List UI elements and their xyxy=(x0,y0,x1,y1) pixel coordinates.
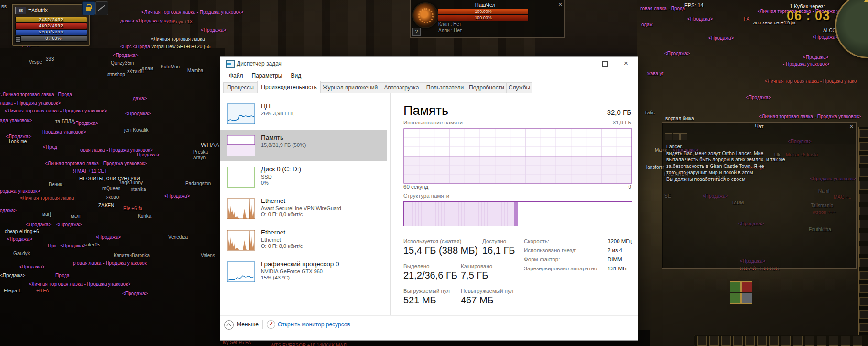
minimap[interactable] xyxy=(835,0,868,58)
strip-slot[interactable] xyxy=(859,258,868,267)
chat-tab-3[interactable] xyxy=(680,133,687,140)
overlay-text: Arayn xyxy=(193,155,206,160)
overlay-text: та БПЛА xyxy=(55,119,75,124)
strip-slot[interactable] xyxy=(859,168,868,177)
shortcut-strip[interactable] xyxy=(858,127,868,335)
target-clan-label: Клан : Нет xyxy=(438,22,461,27)
player-cp-bar: 2432/2432 xyxy=(15,17,87,23)
overlay-text: <Продажа> xyxy=(60,243,86,248)
help-icon[interactable]: ? xyxy=(412,28,421,36)
menu-item-файл[interactable]: Файл xyxy=(225,71,248,80)
target-ally-label: Алли : Нет xyxy=(438,28,462,33)
action-slot[interactable] xyxy=(697,336,707,346)
strip-slot[interactable] xyxy=(859,155,868,164)
maximize-button[interactable] xyxy=(594,57,616,70)
strip-slot[interactable] xyxy=(859,142,868,151)
tab-3[interactable]: Журнал приложений xyxy=(320,82,380,93)
close-button[interactable] xyxy=(616,57,638,70)
strip-slot[interactable] xyxy=(859,271,868,280)
strip-slot[interactable] xyxy=(859,129,868,138)
action-slot[interactable] xyxy=(853,336,862,346)
chat-window[interactable]: Чат ✕ Lancer.видеть Вас, меня зовут Orth… xyxy=(662,122,857,269)
minimize-button[interactable] xyxy=(572,57,594,70)
overlay-text: cheap el ring +6 xyxy=(5,229,39,234)
menu-item-вид[interactable]: Вид xyxy=(286,71,305,80)
strip-slot[interactable] xyxy=(859,284,868,293)
task-manager-window[interactable]: Диспетчер задач ФайлПараметрыВид Процесс… xyxy=(220,56,638,341)
buff-icon[interactable] xyxy=(730,293,741,304)
sidebar-item-eth-2[interactable]: EthernetEthernetО: 0 П: 8,0 кбит/с xyxy=(220,225,387,256)
menu-item-параметры[interactable]: Параметры xyxy=(248,71,287,80)
stat-value: 467 МБ xyxy=(461,295,513,306)
chat-tab-1[interactable] xyxy=(665,133,672,140)
strip-slot[interactable] xyxy=(859,207,868,215)
overlay-text: Веник- xyxy=(49,182,64,187)
eth-mini-graph-icon xyxy=(227,230,255,251)
action-slot[interactable] xyxy=(817,336,826,346)
overlay-text: <Продажа> xyxy=(7,236,32,242)
composition-segment-свободно xyxy=(568,202,632,226)
tab-6[interactable]: Подробности xyxy=(467,82,507,93)
sidebar-item-eth[interactable]: EthernetAvast SecureLine VPN WireGuardО:… xyxy=(220,193,387,224)
strip-slot[interactable] xyxy=(859,194,868,202)
collapse-chevron-icon[interactable] xyxy=(224,320,234,330)
tab-5[interactable]: Пользователи xyxy=(423,82,467,93)
action-slot[interactable] xyxy=(745,336,755,346)
overlay-text: Valens xyxy=(201,253,215,258)
tab-4[interactable]: Автозагрузка xyxy=(380,82,423,93)
action-slot[interactable] xyxy=(721,336,731,346)
sidebar-item-mem[interactable]: Память15,8/31,9 ГБ (50%) xyxy=(220,130,387,161)
action-slot[interactable] xyxy=(769,336,779,346)
action-bar[interactable] xyxy=(694,335,868,346)
overlay-text: +6 FA xyxy=(36,288,49,293)
strip-slot[interactable] xyxy=(859,181,868,190)
strip-slot[interactable] xyxy=(859,323,868,332)
tab-7[interactable]: Службы xyxy=(506,82,532,93)
chat-close-icon[interactable]: ✕ xyxy=(849,123,854,130)
less-details-label[interactable]: Меньше xyxy=(237,321,259,328)
action-slot[interactable] xyxy=(841,336,850,346)
sidebar-item-gpu[interactable]: Графический процессор 0NVIDIA GeForce GT… xyxy=(220,257,387,287)
action-slot[interactable] xyxy=(757,336,767,346)
overlay-text: Прода xyxy=(55,273,70,278)
strip-slot[interactable] xyxy=(859,246,868,254)
action-slot[interactable] xyxy=(733,336,743,346)
overlay-text: лавка - Продажа упаковок> xyxy=(0,100,61,106)
player-hp-bar: 4692/4692 xyxy=(15,23,87,29)
strip-slot[interactable] xyxy=(859,220,868,228)
player-status-frame[interactable]: 85 =Adutrix ♛ 2432/24324692/46922200/220… xyxy=(12,4,90,46)
buff-icon[interactable] xyxy=(741,293,752,304)
titlebar[interactable]: Диспетчер задач xyxy=(220,57,638,70)
strip-slot[interactable] xyxy=(859,297,868,306)
buff-icon[interactable] xyxy=(741,281,752,292)
action-slot[interactable] xyxy=(829,336,838,346)
overlay-text: <Продажа> xyxy=(687,16,713,22)
tab-2[interactable]: Производительность xyxy=(257,81,321,93)
action-slot[interactable] xyxy=(805,336,814,346)
panel-divider xyxy=(390,93,391,315)
action-slot[interactable] xyxy=(709,336,719,346)
tool-icon[interactable] xyxy=(95,1,108,15)
player-level-badge: 85 xyxy=(15,7,26,14)
action-slot[interactable] xyxy=(781,336,791,346)
player-hp-value: 4692/4692 xyxy=(16,23,87,29)
lock-icon[interactable] xyxy=(82,1,95,15)
buff-icon[interactable] xyxy=(730,281,741,292)
disk-mini-graph-icon xyxy=(227,167,255,188)
detail-value: 131 МБ xyxy=(608,266,627,271)
strip-slot[interactable] xyxy=(859,233,868,241)
overlay-text: говая лавка - Прода xyxy=(640,6,685,11)
stat-label: Невыгружаемый пул xyxy=(461,288,513,294)
action-slot[interactable] xyxy=(793,336,803,346)
target-frame[interactable]: НашЧел ✕ 100.00% 100.00% Клан : Нет Алли… xyxy=(410,0,565,38)
tab-1[interactable]: Процессы xyxy=(223,82,258,93)
target-close-icon[interactable]: ✕ xyxy=(558,1,563,8)
chat-tab-2[interactable] xyxy=(673,133,680,140)
overlay-text: <Продажа> xyxy=(56,222,82,227)
strip-slot[interactable] xyxy=(859,310,868,319)
sidebar-item-cpu[interactable]: ЦП26% 3,98 ГГц xyxy=(220,99,387,129)
sidebar-item-disk[interactable]: Диск 0 (C: D:)SSD0% xyxy=(220,162,387,192)
composition-caption: Структура памяти xyxy=(403,193,449,199)
open-resource-monitor-link[interactable]: Открыть монитор ресурсов xyxy=(278,321,350,328)
overlay-text: <Продажа> xyxy=(96,234,121,240)
